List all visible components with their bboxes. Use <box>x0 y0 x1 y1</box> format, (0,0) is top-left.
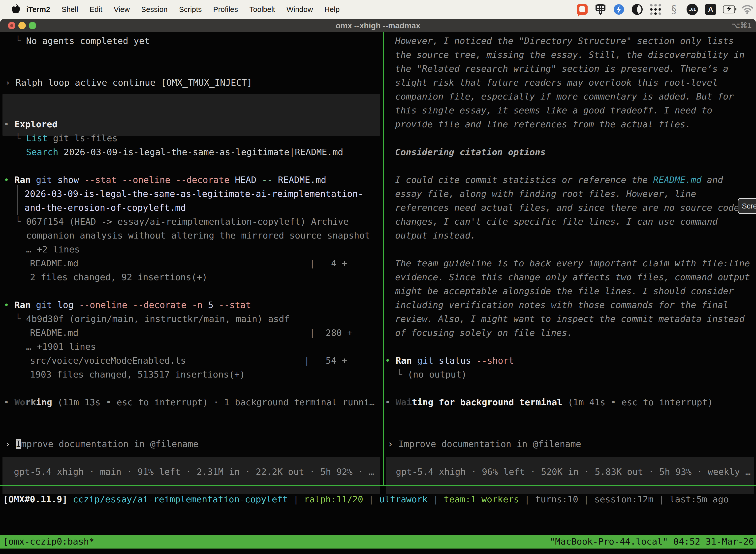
diffstat-summary-line: 1903 files changed, 513517 insertions(+) <box>30 368 245 382</box>
chat-bubble-icon[interactable] <box>576 3 588 16</box>
thinking-paragraph: However, I noticed the "Directory Struct… <box>395 34 734 48</box>
menu-profiles[interactable]: Profiles <box>213 5 238 14</box>
tool-list-line: └ List git ls-files <box>15 131 118 145</box>
command-output-line: companion analysis without altering the … <box>26 229 370 242</box>
pane-divider[interactable] <box>383 32 384 485</box>
menu-toolbelt[interactable]: Toolbelt <box>250 5 275 14</box>
thinking-paragraph: provide file and line references from th… <box>395 117 691 131</box>
command-output-line: └ 067f154 (HEAD -> essay/ai-reimplementa… <box>15 215 349 229</box>
prompt-input-text-left: › Improve documentation in @filename <box>5 437 198 451</box>
crescent-circle-icon[interactable] <box>631 3 643 16</box>
ran-git-status-line: • Ran git status --short <box>385 354 514 368</box>
model-status-line-left: gpt-5.4 xhigh · main · 91% left · 2.31M … <box>14 465 374 479</box>
thinking-paragraph: evidence. Since this change only affects… <box>395 270 750 284</box>
thinking-paragraph: the "Related research writing" section i… <box>395 62 729 76</box>
thinking-paragraph: essay file, along with finding root file… <box>395 187 696 201</box>
command-arg-line: and-the-erosion-of-copyleft.md <box>24 201 186 215</box>
omx-status-line: [OMX#0.11.9] cczip/essay/ai-reimplementa… <box>3 492 729 506</box>
model-status-line-right: gpt-5.4 xhigh · 96% left · 520K in · 5.8… <box>396 465 751 479</box>
thinking-paragraph: this single essay, it seems like a good … <box>395 104 712 117</box>
explored-header: • Explored <box>4 117 58 131</box>
screen: { "menu_bar": { "items": ["iTerm2","Shel… <box>0 0 756 554</box>
thinking-paragraph: of focusing solely on file lines. <box>395 326 572 340</box>
command-arg-line: 2026-03-09-is-legal-the-same-as-legitima… <box>24 187 363 201</box>
thinking-heading: Considering citation options <box>395 145 546 159</box>
window-shortcut-badge: ⌥⌘1 <box>732 19 752 32</box>
tool-search-line: Search 2026-03-09-is-legal-the-same-as-l… <box>26 145 343 159</box>
ralph-loop-line: › Ralph loop active continue [OMX_TMUX_I… <box>5 76 252 90</box>
menu-edit[interactable]: Edit <box>89 5 103 14</box>
thinking-paragraph: including verification notes with those … <box>395 298 729 312</box>
ralph-loop-box <box>2 94 380 136</box>
menu-session[interactable]: Session <box>141 5 168 14</box>
thinking-paragraph: The team guideline is to back every impo… <box>395 257 750 270</box>
menu-view[interactable]: View <box>114 5 130 14</box>
prompt-input-text-right: › Improve documentation in @filename <box>388 437 581 451</box>
diffstat-line: README.md | 280 + <box>30 326 353 340</box>
screen-share-tooltip: Scre <box>738 198 756 214</box>
menu-window[interactable]: Window <box>287 5 313 14</box>
thinking-paragraph: review. Also, I might want to inspect th… <box>395 312 745 326</box>
gauge-61-icon[interactable]: ..61 <box>686 3 698 16</box>
diffstat-line: src/voice/voiceModeEnabled.ts | 54 + <box>30 354 347 368</box>
thinking-paragraph: changes, I can't cite specific file line… <box>395 215 717 229</box>
squiggle-icon[interactable]: § <box>668 3 680 16</box>
status-separator-line <box>0 485 756 486</box>
terminal-content: └ No agents completed yet› Ralph loop ac… <box>0 32 756 554</box>
menu-shell[interactable]: Shell <box>62 5 78 14</box>
window-title: omx --xhigh --madmax <box>0 19 756 32</box>
waiting-status-line: • Waiting for background terminal (1m 41… <box>385 395 713 409</box>
menu-status-icons: § ..61 A <box>576 0 754 19</box>
ran-git-show-line: • Ran git show --stat --oneline --decora… <box>4 173 326 187</box>
menu-scripts[interactable]: Scripts <box>179 5 202 14</box>
tmux-host-clock: "MacBook-Pro-44.local" 04:52 31-Mar-26 <box>550 535 754 549</box>
thinking-paragraph: references need actual files, and since … <box>395 201 739 215</box>
menu-help[interactable]: Help <box>324 5 340 14</box>
wifi-icon[interactable] <box>741 3 754 16</box>
output-ellipsis-line: … +1901 lines <box>26 340 96 354</box>
apple-menu-icon[interactable] <box>11 4 20 15</box>
working-status-line: • Working (11m 13s • esc to interrupt) ·… <box>4 395 375 409</box>
thinking-paragraph: might be acceptable alongside the file l… <box>395 284 734 298</box>
thinking-paragraph: slight risk that future readers may over… <box>395 76 717 90</box>
ran-git-log-line: • Ran git log --oneline --decorate -n 5 … <box>4 298 251 312</box>
diffstat-summary-line: 2 files changed, 92 insertions(+) <box>30 270 207 284</box>
agents-status-line: └ No agents completed yet <box>15 34 150 48</box>
diffstat-line: README.md | 4 + <box>30 257 347 270</box>
command-output-line: └ (no output) <box>397 368 467 382</box>
letter-a-icon[interactable]: A <box>704 3 717 16</box>
thinking-paragraph: companion file, especially if more comme… <box>395 90 734 104</box>
battery-icon[interactable] <box>723 3 735 16</box>
tree-connector-line <box>17 185 18 215</box>
dots-grid-icon[interactable] <box>649 3 662 16</box>
output-ellipsis-line: … +2 lines <box>26 242 80 257</box>
menu-iterm2[interactable]: iTerm2 <box>26 5 50 14</box>
bolt-badge-icon[interactable] <box>613 3 625 16</box>
thinking-paragraph: the source tree, missing the essay. Stil… <box>395 48 745 62</box>
menu-items: iTerm2 Shell Edit View Session Scripts P… <box>26 0 339 19</box>
menu-bar: iTerm2 Shell Edit View Session Scripts P… <box>0 0 756 19</box>
thinking-paragraph: output instead. <box>395 229 476 242</box>
tmux-session-label: [omx-cczip0:bash* <box>3 535 94 549</box>
shield-grid-icon[interactable] <box>594 3 607 16</box>
thinking-paragraph: I could cite commit statistics or refere… <box>395 173 723 187</box>
command-output-line: └ 4b9d30f (origin/main, instructkr/main,… <box>15 312 290 326</box>
